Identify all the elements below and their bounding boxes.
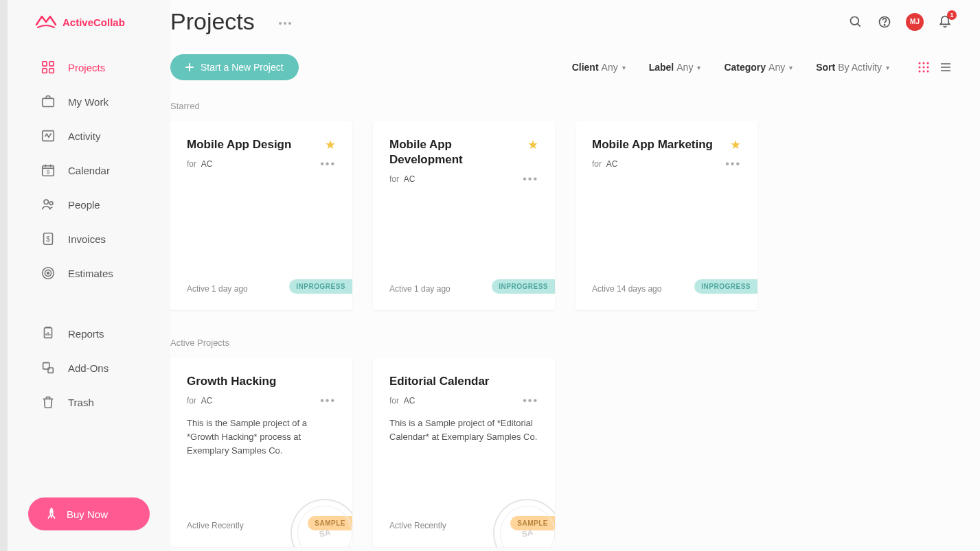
- sidebar-item-label: My Work: [68, 96, 109, 108]
- sidebar-item-people[interactable]: People: [28, 188, 150, 221]
- svg-point-40: [927, 71, 929, 73]
- page-header: Projects MJ 1: [170, 0, 980, 35]
- svg-point-24: [51, 511, 53, 513]
- svg-point-26: [284, 22, 286, 25]
- svg-point-12: [49, 202, 53, 205]
- grid-view-icon[interactable]: [917, 60, 931, 74]
- brand-logo[interactable]: ActiveCollab: [8, 7, 170, 51]
- star-icon[interactable]: ★: [730, 137, 741, 152]
- sidebar-item-label: People: [68, 199, 100, 211]
- trash-icon: [41, 395, 56, 410]
- help-icon[interactable]: [877, 14, 892, 30]
- status-badge: INPROGRESS: [492, 279, 555, 294]
- sidebar-item-invoices[interactable]: $Invoices: [28, 222, 150, 255]
- sidebar-item-projects[interactable]: Projects: [28, 51, 150, 84]
- project-card[interactable]: Editorial Calendar for AC ••• This is a …: [373, 357, 555, 547]
- page-title: Projects: [170, 8, 255, 35]
- project-card[interactable]: Growth Hacking for AC ••• This is the Sa…: [170, 357, 352, 547]
- card-options-icon[interactable]: •••: [320, 158, 336, 170]
- svg-point-38: [919, 71, 921, 73]
- filter-category[interactable]: Category Any ▾: [724, 62, 793, 73]
- card-activity: Active 1 day ago: [389, 284, 451, 294]
- svg-rect-1: [49, 62, 54, 66]
- project-card[interactable]: Mobile App Development ★ for AC ••• Acti…: [373, 121, 555, 310]
- buy-now-button[interactable]: Buy Now: [28, 497, 150, 530]
- list-view-icon[interactable]: [939, 60, 953, 74]
- svg-point-28: [851, 16, 859, 25]
- notification-badge: 1: [947, 10, 957, 20]
- chevron-down-icon: ▾: [789, 64, 793, 71]
- sidebar: ActiveCollab ProjectsMy WorkActivity9Cal…: [8, 0, 170, 551]
- sidebar-item-add-ons[interactable]: Add-Ons: [28, 351, 150, 384]
- card-options-icon[interactable]: •••: [523, 173, 538, 185]
- sidebar-item-trash[interactable]: Trash: [28, 386, 150, 419]
- star-icon[interactable]: ★: [325, 137, 336, 152]
- sidebar-item-calendar[interactable]: 9Calendar: [28, 154, 150, 187]
- avatar-initials: MJ: [910, 18, 920, 25]
- section-starred-label: Starred: [170, 94, 953, 121]
- svg-point-32: [919, 62, 921, 65]
- card-options-icon[interactable]: •••: [320, 395, 336, 407]
- svg-point-34: [927, 62, 929, 65]
- target-icon: [41, 266, 56, 281]
- active-cards: Growth Hacking for AC ••• This is the Sa…: [170, 357, 953, 547]
- rocket-icon: [45, 507, 58, 521]
- chevron-down-icon: ▾: [622, 64, 626, 71]
- chevron-down-icon: ▾: [886, 64, 889, 71]
- sidebar-item-label: Estimates: [68, 268, 113, 279]
- content-area: Starred Mobile App Design ★ for AC ••• A…: [170, 94, 980, 551]
- brand-name: ActiveCollab: [62, 16, 125, 28]
- sidebar-item-my-work[interactable]: My Work: [28, 85, 150, 118]
- card-options-icon[interactable]: •••: [725, 158, 741, 170]
- activity-icon: [41, 128, 56, 143]
- filter-client[interactable]: Client Any ▾: [572, 62, 626, 73]
- filter-value: Any: [676, 62, 693, 73]
- project-card[interactable]: Mobile App Design ★ for AC ••• Active 1 …: [170, 121, 352, 310]
- svg-text:$: $: [46, 235, 50, 243]
- filter-value: Any: [602, 62, 618, 73]
- filter-label: Sort: [816, 62, 835, 73]
- plus-icon: [185, 63, 194, 71]
- star-icon[interactable]: ★: [527, 137, 538, 152]
- card-activity: Active Recently: [187, 521, 244, 530]
- svg-point-25: [279, 22, 282, 25]
- new-project-button[interactable]: Start a New Project: [170, 54, 299, 80]
- svg-rect-4: [43, 98, 54, 106]
- card-title: Editorial Calendar: [389, 374, 538, 389]
- card-options-icon[interactable]: •••: [523, 395, 538, 407]
- avatar[interactable]: MJ: [906, 13, 924, 31]
- sidebar-item-label: Add-Ons: [68, 362, 109, 374]
- toolbar: Start a New Project Client Any ▾Label An…: [170, 35, 980, 94]
- sidebar-item-estimates[interactable]: Estimates: [28, 257, 150, 290]
- project-card[interactable]: Mobile App Marketing ★ for AC ••• Active…: [576, 121, 757, 310]
- notifications-icon[interactable]: 1: [937, 14, 953, 30]
- search-icon[interactable]: [848, 14, 863, 30]
- card-description: This is the Sample project of a *Growth …: [187, 417, 336, 458]
- page-options-icon[interactable]: [278, 16, 292, 28]
- secondary-nav: ReportsAdd-OnsTrash: [8, 317, 170, 419]
- chevron-down-icon: ▾: [697, 64, 700, 71]
- sidebar-item-label: Activity: [68, 130, 101, 142]
- people-icon: [41, 197, 56, 212]
- svg-line-29: [858, 23, 861, 26]
- svg-point-39: [923, 71, 925, 73]
- sidebar-item-reports[interactable]: Reports: [28, 317, 150, 350]
- card-title: Mobile App Marketing: [592, 137, 730, 152]
- starred-cards: Mobile App Design ★ for AC ••• Active 1 …: [170, 121, 953, 310]
- card-activity: Active 1 day ago: [187, 284, 248, 294]
- filter-label: Category: [724, 62, 766, 73]
- filter-label[interactable]: Label Any ▾: [649, 62, 701, 73]
- filter-sort[interactable]: Sort By Activity ▾: [816, 62, 889, 73]
- new-project-label: Start a New Project: [201, 62, 284, 73]
- sidebar-item-activity[interactable]: Activity: [28, 119, 150, 152]
- status-badge: SAMPLE: [308, 516, 352, 530]
- status-badge: INPROGRESS: [694, 279, 757, 294]
- card-title: Mobile App Development: [389, 137, 527, 167]
- card-client: for AC: [187, 159, 212, 169]
- invoice-icon: $: [41, 231, 56, 246]
- sidebar-item-label: Invoices: [68, 233, 106, 245]
- report-icon: [41, 326, 56, 341]
- svg-point-36: [923, 67, 925, 69]
- svg-rect-2: [43, 69, 47, 73]
- svg-point-35: [919, 67, 921, 69]
